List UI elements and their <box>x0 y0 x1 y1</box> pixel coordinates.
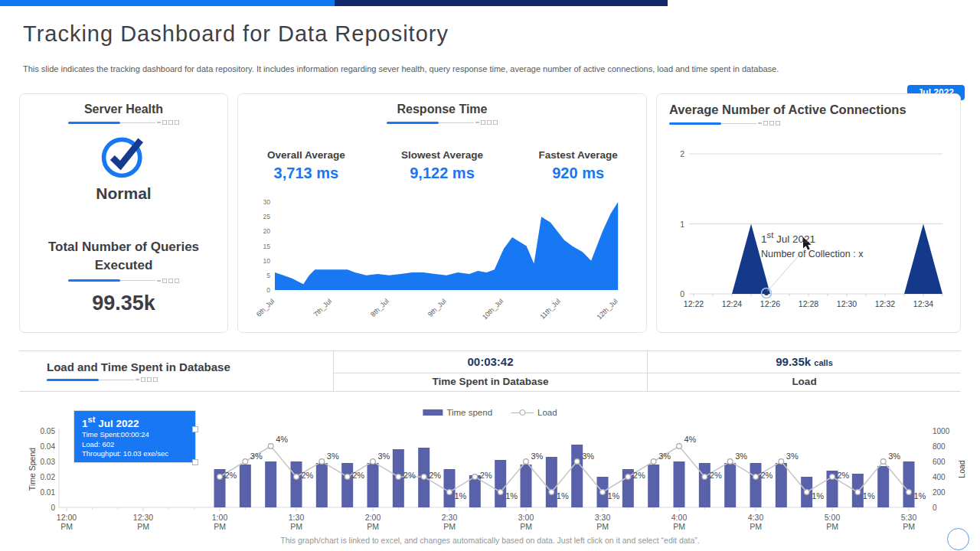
load-legend-label: Load <box>537 408 557 417</box>
svg-text:PM: PM <box>443 522 456 531</box>
decorative-circle <box>947 528 969 550</box>
svg-text:PM: PM <box>673 522 685 531</box>
svg-text:1000: 1000 <box>933 427 950 435</box>
svg-text:12:28: 12:28 <box>799 299 818 308</box>
metric-overall-average: Overall Average 3,713 ms <box>238 149 374 182</box>
svg-text:PM: PM <box>137 522 149 531</box>
svg-text:2%: 2% <box>480 471 492 480</box>
svg-text:12:24: 12:24 <box>722 299 742 308</box>
top-accent-bar-navy <box>335 0 668 6</box>
total-queries-label: Total Number of Queries Executed <box>20 238 227 283</box>
svg-text:12:30: 12:30 <box>837 299 857 308</box>
svg-text:7th_Jul: 7th_Jul <box>312 297 334 318</box>
metric-fastest-average: Fastest Average 920 ms <box>510 149 646 182</box>
svg-text:5:00: 5:00 <box>825 513 841 522</box>
svg-text:3%: 3% <box>582 452 594 461</box>
svg-text:12:32: 12:32 <box>875 299 895 308</box>
annotation-collection: Number of Collection : x <box>761 247 863 262</box>
tooltip-load: Load: 602 <box>82 440 189 448</box>
svg-text:25: 25 <box>263 213 271 220</box>
response-time-area-chart: 0510152025306th_Jul7th_Jul8th_Jul9th_Jul… <box>252 196 635 331</box>
svg-text:10th_Jul: 10th_Jul <box>481 297 505 321</box>
selection-handle[interactable] <box>192 459 198 465</box>
svg-text:5:30: 5:30 <box>901 513 917 522</box>
metric-value: 920 ms <box>510 165 646 182</box>
svg-text:2%: 2% <box>429 471 441 480</box>
svg-text:3:30: 3:30 <box>595 513 611 522</box>
server-status-text: Normal <box>20 184 227 203</box>
server-health-title: Server Health <box>20 103 227 116</box>
summary-time-cell: 00:03:42 Time Spent in Database <box>333 351 647 391</box>
svg-text:0: 0 <box>51 504 55 512</box>
time-spent-label: Time Spent in Database <box>334 373 647 391</box>
summary-table: Load and Time Spent in Database 00:03:42… <box>19 350 961 392</box>
time-spend-legend-swatch <box>423 409 443 416</box>
title-underline-decoration <box>47 377 333 382</box>
svg-text:2%: 2% <box>838 471 850 480</box>
metric-value: 9,122 ms <box>374 165 511 182</box>
top-accent-bar-blue <box>0 0 335 6</box>
svg-text:20: 20 <box>263 227 271 235</box>
svg-text:12:00: 12:00 <box>57 513 77 522</box>
svg-text:5: 5 <box>266 272 270 279</box>
metric-slowest-average: Slowest Average 9,122 ms <box>374 149 511 182</box>
svg-text:PM: PM <box>520 522 532 531</box>
svg-text:800: 800 <box>933 442 946 451</box>
load-legend-line-icon <box>511 412 534 413</box>
annotation-date: 1st Jul 2021 <box>761 229 863 247</box>
svg-text:600: 600 <box>933 458 946 466</box>
svg-text:6th_Jul: 6th_Jul <box>255 297 276 318</box>
check-circle-icon <box>99 131 149 184</box>
svg-text:4%: 4% <box>276 435 288 444</box>
svg-text:2%: 2% <box>761 471 773 480</box>
chart-annotation: 1st Jul 2021 Number of Collection : x <box>761 229 863 262</box>
metric-label: Slowest Average <box>374 149 511 161</box>
svg-text:1:00: 1:00 <box>212 513 228 522</box>
svg-text:0.05: 0.05 <box>41 427 56 435</box>
svg-text:1%: 1% <box>505 491 518 500</box>
svg-text:10: 10 <box>263 257 271 265</box>
svg-text:2%: 2% <box>710 471 722 480</box>
svg-text:PM: PM <box>367 522 379 531</box>
svg-text:2:00: 2:00 <box>365 513 381 522</box>
tooltip-time-spent: Time Spent:00:00:24 <box>82 430 189 439</box>
svg-text:Time Spend: Time Spend <box>28 448 37 491</box>
load-label: Load <box>648 373 961 391</box>
metric-label: Overall Average <box>238 149 374 161</box>
svg-text:12th_Jul: 12th_Jul <box>595 297 619 321</box>
svg-text:PM: PM <box>214 522 226 531</box>
svg-text:PM: PM <box>60 522 73 531</box>
selection-handle[interactable] <box>192 426 198 432</box>
svg-text:1%: 1% <box>455 491 467 500</box>
total-queries-label-text: Total Number of Queries Executed <box>48 240 199 272</box>
svg-text:PM: PM <box>290 522 302 531</box>
response-time-panel: Response Time Overall Average 3,713 ms S… <box>237 93 647 333</box>
svg-text:12:34: 12:34 <box>913 299 933 308</box>
svg-text:3%: 3% <box>531 452 544 461</box>
time-spent-value: 00:03:42 <box>334 351 647 373</box>
svg-text:3%: 3% <box>735 452 747 461</box>
svg-text:15: 15 <box>263 243 271 250</box>
time-spend-legend-label: Time spend <box>446 408 492 417</box>
svg-text:400: 400 <box>933 473 946 481</box>
svg-text:1%: 1% <box>557 491 569 500</box>
svg-text:200: 200 <box>933 488 946 497</box>
svg-text:12:26: 12:26 <box>760 299 780 308</box>
svg-text:Load: Load <box>957 460 966 478</box>
svg-text:1:30: 1:30 <box>289 513 305 522</box>
tooltip-date: 1st Jul 2022 <box>82 415 189 429</box>
svg-text:0.02: 0.02 <box>41 473 56 481</box>
svg-text:12:30: 12:30 <box>133 513 153 522</box>
page-subtitle: This slide indicates the tracking dashbo… <box>23 64 942 73</box>
svg-text:3%: 3% <box>658 452 671 461</box>
svg-text:30: 30 <box>263 198 271 206</box>
title-underline-decoration <box>20 279 227 283</box>
svg-text:4:30: 4:30 <box>748 513 764 522</box>
svg-text:3%: 3% <box>888 452 900 461</box>
svg-text:1%: 1% <box>914 491 926 500</box>
svg-text:11th_Jul: 11th_Jul <box>538 297 562 321</box>
svg-text:PM: PM <box>750 522 762 531</box>
chart-tooltip: 1st Jul 2022 Time Spent:00:00:24 Load: 6… <box>74 411 195 462</box>
summary-left-cell: Load and Time Spent in Database <box>19 351 333 391</box>
svg-text:2%: 2% <box>302 471 314 480</box>
